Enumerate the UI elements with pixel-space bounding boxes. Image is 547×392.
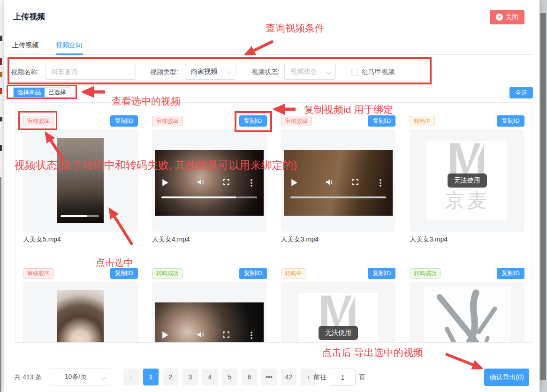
page-size-value: 10条/页 xyxy=(65,373,87,381)
video-status-select[interactable]: 视频状态 xyxy=(284,64,336,80)
prev-page-button[interactable]: ‹ xyxy=(123,369,139,385)
status-badge: 审核驳回 xyxy=(23,268,54,279)
video-card: 转码中 复制ID M 京麦 无法使用 大美女3.mp4 xyxy=(410,116,524,244)
status-badge: 转码成功 xyxy=(410,268,441,279)
video-preview xyxy=(155,302,264,343)
annotation-click-select: 点击选中 xyxy=(96,256,133,269)
page-button-3[interactable]: 3 xyxy=(182,369,198,385)
video-thumbnail[interactable] xyxy=(152,282,267,343)
close-button-label: 关闭 xyxy=(506,13,519,22)
video-preview xyxy=(284,150,393,216)
card-header: 审核驳回 复制ID xyxy=(152,116,267,126)
status-badge: 转码中 xyxy=(410,116,435,126)
video-card: 转码成功 复制ID xyxy=(152,268,267,343)
video-thumbnail[interactable] xyxy=(23,129,138,232)
video-type-select[interactable]: 商家视频 xyxy=(185,64,236,80)
tabs-divider xyxy=(9,54,532,55)
fullscreen-icon xyxy=(223,179,229,185)
video-card: 审核驳回 复制ID xyxy=(23,268,138,343)
video-grid-panel: 审核驳回 复制ID 大美女5.mp4 审核驳回 复制ID xyxy=(15,102,532,343)
video-thumbnail[interactable] xyxy=(281,129,396,232)
select-product-toggle[interactable]: 选择商品 xyxy=(14,88,45,97)
copy-id-button[interactable]: 复制ID xyxy=(239,115,267,127)
red-vest-checkbox[interactable] xyxy=(351,69,358,75)
tab-video-space[interactable]: 视频空间 xyxy=(56,41,82,50)
kebab-icon xyxy=(251,332,252,339)
annotation-query-condition: 查询视频条件 xyxy=(266,22,325,35)
page-button-2[interactable]: 2 xyxy=(163,369,178,385)
chevron-down-icon xyxy=(227,69,232,74)
copy-id-button[interactable]: 复制ID xyxy=(368,115,395,127)
copy-id-button[interactable]: 复制ID xyxy=(497,268,524,279)
page-button-1[interactable]: 1 xyxy=(143,369,159,385)
scrollbar[interactable] xyxy=(540,13,546,380)
selected-toggle[interactable]: 已选择 xyxy=(45,88,70,97)
confirm-export-button[interactable]: 确认导出(0) xyxy=(484,369,529,386)
goto-page-input[interactable] xyxy=(330,369,356,386)
total-count: 共 413 条 xyxy=(14,373,42,382)
card-header: 审核驳回 复制ID xyxy=(23,268,138,279)
volume-icon xyxy=(198,332,205,338)
goto-page-unit: 页 xyxy=(359,373,365,382)
annotation-export-note: 点击后 导出选中的视频 xyxy=(322,346,423,359)
background-page-left-strip xyxy=(0,0,4,392)
card-header: 转码中 复制ID xyxy=(410,116,524,126)
card-header: 转码成功 复制ID xyxy=(152,268,267,279)
video-status-placeholder: 视频状态 xyxy=(290,68,317,76)
select-all-button[interactable]: 全选 xyxy=(509,87,533,98)
status-badge: 转码中 xyxy=(281,268,306,279)
background-page-right-strip xyxy=(539,0,547,392)
video-status-label: 视频状态: xyxy=(251,68,280,76)
background-text-fragment xyxy=(0,36,2,41)
background-edge-line xyxy=(0,177,1,392)
unusable-overlay: 无法使用 xyxy=(448,173,487,188)
copy-id-button[interactable]: 复制ID xyxy=(110,115,138,127)
copy-id-button[interactable]: 复制ID xyxy=(368,268,395,279)
video-thumbnail[interactable] xyxy=(410,282,524,343)
copy-id-button[interactable]: 复制ID xyxy=(239,268,267,279)
play-icon xyxy=(162,179,168,186)
close-button[interactable]: ✕ 关闭 xyxy=(490,10,524,24)
more-pages-button[interactable]: ••• xyxy=(261,369,277,385)
page-button-6[interactable]: 6 xyxy=(242,369,257,385)
goto-page-label: 前往 xyxy=(313,373,327,382)
chevron-down-icon xyxy=(326,69,331,74)
volume-icon xyxy=(326,179,333,185)
video-card: 转码中 复制ID M 无法使用 xyxy=(281,268,396,343)
pager: ‹ 1 2 3 4 5 6 ••• 42 › xyxy=(123,369,316,385)
video-thumbnail[interactable] xyxy=(23,282,138,343)
annotation-copy-id: 复制视频id 用于绑定 xyxy=(304,103,393,116)
video-thumbnail[interactable] xyxy=(152,129,267,232)
video-preview xyxy=(424,286,511,343)
background-text-fragment xyxy=(0,72,2,77)
video-thumbnail[interactable]: M 无法使用 xyxy=(281,282,396,343)
play-icon xyxy=(291,179,297,186)
video-thumbnail[interactable]: M 京麦 无法使用 xyxy=(410,129,524,232)
video-card: 审核驳回 复制ID 大美女3.mp4 xyxy=(281,116,396,244)
card-header: 审核驳回 复制ID xyxy=(23,116,138,126)
status-badge: 审核驳回 xyxy=(23,116,54,126)
copy-id-button[interactable]: 复制ID xyxy=(497,115,524,127)
page-button-5[interactable]: 5 xyxy=(222,369,237,385)
kebab-icon xyxy=(251,179,252,187)
tab-upload-video[interactable]: 上传视频 xyxy=(12,41,38,50)
video-name-input[interactable] xyxy=(45,64,136,80)
video-card: 转码成功 复制ID xyxy=(410,268,524,343)
fullscreen-icon xyxy=(352,179,358,185)
copy-id-button[interactable]: 复制ID xyxy=(110,268,138,279)
card-header: 审核驳回 复制ID xyxy=(281,116,396,126)
status-badge: 审核驳回 xyxy=(281,116,312,126)
page-size-select[interactable]: 10条/页 xyxy=(50,369,110,385)
annotation-view-selected: 查看选中的视频 xyxy=(112,95,181,108)
close-icon: ✕ xyxy=(496,14,503,21)
page-button-4[interactable]: 4 xyxy=(202,369,218,385)
volume-icon xyxy=(198,179,205,185)
play-icon xyxy=(162,332,168,339)
video-controls xyxy=(284,179,393,188)
annotation-status-note: 视频状态(除了转码中和转码失败, 其他都是可以用来绑定的) xyxy=(14,158,297,173)
chevron-down-icon xyxy=(100,375,106,380)
video-filename: 大美女3.mp4 xyxy=(410,235,524,244)
page-button-42[interactable]: 42 xyxy=(281,369,296,385)
video-progress-bar xyxy=(61,215,99,217)
status-badge: 审核驳回 xyxy=(152,116,183,126)
